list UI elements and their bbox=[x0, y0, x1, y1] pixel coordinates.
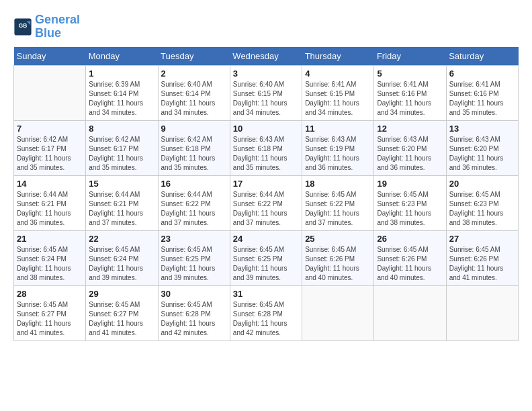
day-number: 31 bbox=[233, 289, 299, 299]
day-info: Sunrise: 6:45 AMSunset: 6:23 PMDaylight:… bbox=[449, 190, 515, 228]
calendar-cell: 16 Sunrise: 6:44 AMSunset: 6:22 PMDaylig… bbox=[158, 175, 230, 230]
calendar-cell: 4 Sunrise: 6:41 AMSunset: 6:15 PMDayligh… bbox=[302, 65, 374, 120]
weekday-header-thursday: Thursday bbox=[302, 47, 374, 66]
calendar-cell: 10 Sunrise: 6:43 AMSunset: 6:18 PMDaylig… bbox=[230, 120, 302, 175]
calendar-week-2: 7 Sunrise: 6:42 AMSunset: 6:17 PMDayligh… bbox=[14, 120, 519, 175]
day-info: Sunrise: 6:45 AMSunset: 6:26 PMDaylight:… bbox=[377, 245, 443, 283]
day-info: Sunrise: 6:42 AMSunset: 6:18 PMDaylight:… bbox=[161, 135, 227, 173]
calendar-cell: 24 Sunrise: 6:45 AMSunset: 6:25 PMDaylig… bbox=[230, 230, 302, 285]
calendar-cell: 31 Sunrise: 6:45 AMSunset: 6:28 PMDaylig… bbox=[230, 285, 302, 340]
day-info: Sunrise: 6:40 AMSunset: 6:15 PMDaylight:… bbox=[233, 80, 299, 118]
calendar-cell: 7 Sunrise: 6:42 AMSunset: 6:17 PMDayligh… bbox=[14, 120, 86, 175]
day-number: 7 bbox=[17, 124, 83, 134]
calendar-cell: 30 Sunrise: 6:45 AMSunset: 6:28 PMDaylig… bbox=[158, 285, 230, 340]
day-number: 21 bbox=[17, 234, 83, 244]
day-number: 28 bbox=[17, 289, 83, 299]
weekday-header-monday: Monday bbox=[86, 47, 158, 66]
calendar-cell: 3 Sunrise: 6:40 AMSunset: 6:15 PMDayligh… bbox=[230, 65, 302, 120]
day-info: Sunrise: 6:41 AMSunset: 6:15 PMDaylight:… bbox=[305, 80, 371, 118]
day-info: Sunrise: 6:45 AMSunset: 6:24 PMDaylight:… bbox=[89, 245, 154, 283]
calendar-cell bbox=[374, 285, 446, 340]
day-info: Sunrise: 6:43 AMSunset: 6:20 PMDaylight:… bbox=[377, 135, 443, 173]
weekday-header-sunday: Sunday bbox=[14, 47, 86, 66]
calendar-cell: 26 Sunrise: 6:45 AMSunset: 6:26 PMDaylig… bbox=[374, 230, 446, 285]
calendar-cell: 23 Sunrise: 6:45 AMSunset: 6:25 PMDaylig… bbox=[158, 230, 230, 285]
calendar-body: 1 Sunrise: 6:39 AMSunset: 6:14 PMDayligh… bbox=[14, 65, 519, 340]
calendar-cell: 9 Sunrise: 6:42 AMSunset: 6:18 PMDayligh… bbox=[158, 120, 230, 175]
weekday-header-friday: Friday bbox=[374, 47, 446, 66]
day-number: 8 bbox=[89, 124, 154, 134]
calendar-cell: 2 Sunrise: 6:40 AMSunset: 6:14 PMDayligh… bbox=[158, 65, 230, 120]
day-number: 4 bbox=[305, 68, 371, 79]
calendar-week-4: 21 Sunrise: 6:45 AMSunset: 6:24 PMDaylig… bbox=[14, 230, 519, 285]
day-info: Sunrise: 6:45 AMSunset: 6:25 PMDaylight:… bbox=[161, 245, 227, 283]
day-info: Sunrise: 6:45 AMSunset: 6:28 PMDaylight:… bbox=[233, 300, 299, 338]
day-info: Sunrise: 6:43 AMSunset: 6:19 PMDaylight:… bbox=[305, 135, 371, 173]
calendar-cell: 19 Sunrise: 6:45 AMSunset: 6:23 PMDaylig… bbox=[374, 175, 446, 230]
day-info: Sunrise: 6:45 AMSunset: 6:25 PMDaylight:… bbox=[233, 245, 299, 283]
calendar-table: SundayMondayTuesdayWednesdayThursdayFrid… bbox=[13, 47, 519, 341]
calendar-cell: 5 Sunrise: 6:41 AMSunset: 6:16 PMDayligh… bbox=[374, 65, 446, 120]
day-number: 10 bbox=[233, 124, 299, 134]
calendar-cell: 17 Sunrise: 6:44 AMSunset: 6:22 PMDaylig… bbox=[230, 175, 302, 230]
day-number: 2 bbox=[161, 68, 227, 79]
day-number: 29 bbox=[89, 289, 154, 299]
day-number: 26 bbox=[377, 234, 443, 244]
calendar-cell: 15 Sunrise: 6:44 AMSunset: 6:21 PMDaylig… bbox=[86, 175, 158, 230]
day-info: Sunrise: 6:42 AMSunset: 6:17 PMDaylight:… bbox=[89, 135, 154, 173]
weekday-header-row: SundayMondayTuesdayWednesdayThursdayFrid… bbox=[14, 47, 519, 66]
weekday-header-wednesday: Wednesday bbox=[230, 47, 302, 66]
weekday-header-saturday: Saturday bbox=[446, 47, 518, 66]
calendar-cell: 28 Sunrise: 6:45 AMSunset: 6:27 PMDaylig… bbox=[14, 285, 86, 340]
day-number: 18 bbox=[305, 179, 371, 189]
calendar-cell: 22 Sunrise: 6:45 AMSunset: 6:24 PMDaylig… bbox=[86, 230, 158, 285]
day-info: Sunrise: 6:45 AMSunset: 6:22 PMDaylight:… bbox=[305, 190, 371, 228]
header: GB GeneralBlue bbox=[13, 13, 519, 40]
day-number: 20 bbox=[449, 179, 515, 189]
day-number: 24 bbox=[233, 234, 299, 244]
calendar-cell: 27 Sunrise: 6:45 AMSunset: 6:26 PMDaylig… bbox=[446, 230, 518, 285]
day-info: Sunrise: 6:45 AMSunset: 6:26 PMDaylight:… bbox=[305, 245, 371, 283]
day-number: 9 bbox=[161, 124, 227, 134]
calendar-cell: 13 Sunrise: 6:43 AMSunset: 6:20 PMDaylig… bbox=[446, 120, 518, 175]
day-number: 25 bbox=[305, 234, 371, 244]
calendar-cell: 1 Sunrise: 6:39 AMSunset: 6:14 PMDayligh… bbox=[86, 65, 158, 120]
calendar-cell: 25 Sunrise: 6:45 AMSunset: 6:26 PMDaylig… bbox=[302, 230, 374, 285]
calendar-week-5: 28 Sunrise: 6:45 AMSunset: 6:27 PMDaylig… bbox=[14, 285, 519, 340]
day-info: Sunrise: 6:44 AMSunset: 6:22 PMDaylight:… bbox=[233, 190, 299, 228]
day-info: Sunrise: 6:43 AMSunset: 6:18 PMDaylight:… bbox=[233, 135, 299, 173]
day-info: Sunrise: 6:41 AMSunset: 6:16 PMDaylight:… bbox=[449, 80, 515, 118]
day-number: 1 bbox=[89, 68, 154, 79]
calendar-cell: 21 Sunrise: 6:45 AMSunset: 6:24 PMDaylig… bbox=[14, 230, 86, 285]
calendar-cell: 11 Sunrise: 6:43 AMSunset: 6:19 PMDaylig… bbox=[302, 120, 374, 175]
calendar-cell: 14 Sunrise: 6:44 AMSunset: 6:21 PMDaylig… bbox=[14, 175, 86, 230]
day-number: 27 bbox=[449, 234, 515, 244]
logo-icon: GB bbox=[13, 17, 32, 36]
calendar-cell: 29 Sunrise: 6:45 AMSunset: 6:27 PMDaylig… bbox=[86, 285, 158, 340]
day-info: Sunrise: 6:45 AMSunset: 6:28 PMDaylight:… bbox=[161, 300, 227, 338]
day-number: 23 bbox=[161, 234, 227, 244]
day-info: Sunrise: 6:43 AMSunset: 6:20 PMDaylight:… bbox=[449, 135, 515, 173]
day-number: 5 bbox=[377, 68, 443, 79]
day-info: Sunrise: 6:44 AMSunset: 6:21 PMDaylight:… bbox=[89, 190, 154, 228]
calendar-cell bbox=[302, 285, 374, 340]
day-info: Sunrise: 6:45 AMSunset: 6:27 PMDaylight:… bbox=[17, 300, 83, 338]
day-number: 6 bbox=[449, 68, 515, 79]
day-info: Sunrise: 6:45 AMSunset: 6:26 PMDaylight:… bbox=[449, 245, 515, 283]
svg-text:GB: GB bbox=[19, 22, 28, 29]
logo: GB GeneralBlue bbox=[13, 13, 80, 40]
calendar-cell bbox=[14, 65, 86, 120]
day-number: 3 bbox=[233, 68, 299, 79]
day-info: Sunrise: 6:45 AMSunset: 6:23 PMDaylight:… bbox=[377, 190, 443, 228]
day-info: Sunrise: 6:40 AMSunset: 6:14 PMDaylight:… bbox=[161, 80, 227, 118]
calendar-cell: 8 Sunrise: 6:42 AMSunset: 6:17 PMDayligh… bbox=[86, 120, 158, 175]
calendar-cell: 6 Sunrise: 6:41 AMSunset: 6:16 PMDayligh… bbox=[446, 65, 518, 120]
calendar-cell: 20 Sunrise: 6:45 AMSunset: 6:23 PMDaylig… bbox=[446, 175, 518, 230]
logo-text: GeneralBlue bbox=[35, 13, 80, 40]
day-number: 12 bbox=[377, 124, 443, 134]
day-info: Sunrise: 6:45 AMSunset: 6:27 PMDaylight:… bbox=[89, 300, 154, 338]
day-info: Sunrise: 6:44 AMSunset: 6:21 PMDaylight:… bbox=[17, 190, 83, 228]
calendar-week-1: 1 Sunrise: 6:39 AMSunset: 6:14 PMDayligh… bbox=[14, 65, 519, 120]
day-info: Sunrise: 6:45 AMSunset: 6:24 PMDaylight:… bbox=[17, 245, 83, 283]
day-number: 13 bbox=[449, 124, 515, 134]
